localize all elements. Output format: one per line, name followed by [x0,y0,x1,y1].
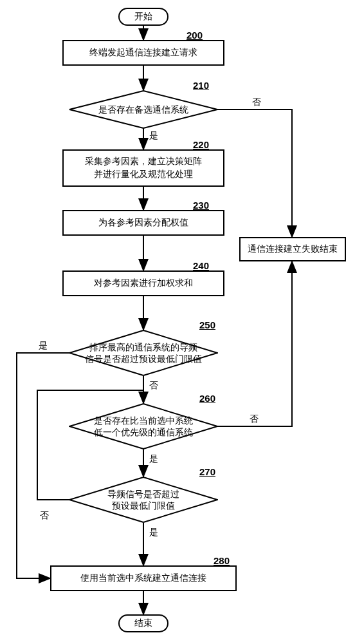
process-230-text: 为各参考因素分配权值 [98,216,188,229]
decision-250-text-a: 排序最高的通信系统的导频 [89,341,197,353]
process-240: 对参考因素进行加权求和 [62,270,224,296]
process-200-text: 终端发起通信连接建立请求 [89,46,197,59]
decision-260-text-a: 是否存在比当前选中系统 [94,415,193,426]
decision-270-text-a: 导频信号是否超过 [107,488,179,500]
start-label: 开始 [134,11,152,23]
decision-260-text-b: 低一个优先级的通信系统 [94,426,193,438]
step-num-210: 210 [193,80,209,91]
process-fail-text: 通信连接建立失败结束 [248,243,338,256]
process-fail: 通信连接建立失败结束 [239,237,346,261]
decision-260: 是否存在比当前选中系统 低一个优先级的通信系统 [69,403,218,450]
process-230: 为各参考因素分配权值 [62,210,224,236]
process-240-text: 对参考因素进行加权求和 [94,277,193,290]
end-label: 结束 [134,618,152,629]
process-220-text-a: 采集参考因素，建立决策矩阵 [85,155,202,168]
process-280: 使用当前选中系统建立通信连接 [50,565,237,591]
step-num-260: 260 [199,393,215,404]
process-220: 采集参考因素，建立决策矩阵 并进行量化及规范化处理 [62,149,224,187]
step-num-270: 270 [199,466,215,477]
decision-270-text-b: 预设最低门限值 [112,500,175,511]
edge-250-no: 否 [149,380,158,392]
decision-210: 是否存在备选通信系统 [69,90,218,129]
edge-250-yes: 是 [39,340,48,352]
step-num-230: 230 [193,200,209,211]
edge-260-yes: 是 [149,453,158,465]
edge-210-yes: 是 [149,130,158,142]
step-num-250: 250 [199,319,215,330]
step-num-220: 220 [193,139,209,150]
step-num-280: 280 [214,555,230,566]
process-220-text-b: 并进行量化及规范化处理 [85,168,202,181]
process-200: 终端发起通信连接建立请求 [62,40,224,66]
decision-250: 排序最高的通信系统的导频 信号是否超过预设最低门限值 [69,330,218,376]
step-num-240: 240 [193,260,209,271]
decision-270: 导频信号是否超过 预设最低门限值 [69,477,218,523]
terminator-end: 结束 [118,614,168,632]
decision-210-text: 是否存在备选通信系统 [98,104,188,115]
edge-270-yes: 是 [149,527,158,538]
terminator-start: 开始 [118,8,168,26]
process-280-text: 使用当前选中系统建立通信连接 [80,572,206,585]
step-num-200: 200 [187,30,203,41]
edge-210-no: 否 [252,97,261,108]
edge-270-no: 否 [40,510,49,522]
decision-250-text-b: 信号是否超过预设最低门限值 [85,353,202,365]
edge-260-no: 否 [250,413,259,425]
